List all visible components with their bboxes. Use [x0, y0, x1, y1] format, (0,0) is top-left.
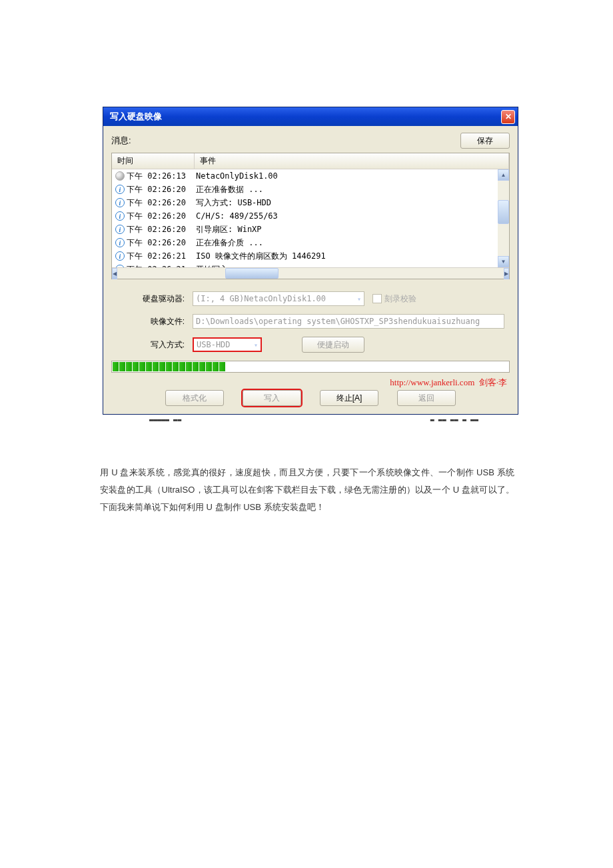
write-method-dropdown[interactable]: USB-HDD ▾ — [193, 337, 262, 352]
info-icon: i — [115, 184, 125, 195]
info-icon: i — [115, 211, 125, 221]
info-icon: i — [115, 237, 125, 248]
image-label: 映像文件: — [115, 316, 193, 327]
chevron-down-icon: ▾ — [254, 341, 258, 349]
message-label: 消息: — [111, 135, 131, 147]
drive-dropdown[interactable]: (I:, 4 GB)NetacOnlyDisk1.00 ▾ — [193, 291, 364, 306]
row-event: C/H/S: 489/255/63 — [195, 211, 498, 221]
chevron-down-icon: ▾ — [357, 295, 361, 303]
abort-button[interactable]: 终止[A] — [320, 390, 378, 406]
progress-bar — [111, 361, 510, 373]
back-button[interactable]: 返回 — [397, 390, 456, 406]
row-time: 下午 02:26:13 — [127, 171, 195, 182]
row-event: NetacOnlyDisk1.00 — [195, 171, 498, 181]
under-fragment: ▬▬▬▬▬ ▬▬▬ ▬▬ ▬▬ ▬ ▬▬ — [103, 416, 518, 425]
list-row[interactable]: 下午 02:26:13NetacOnlyDisk1.00 — [112, 169, 498, 183]
row-event: 正在准备介质 ... — [195, 237, 498, 249]
scroll-left-icon[interactable]: ◀ — [112, 268, 117, 279]
list-row[interactable]: i下午 02:26:20引导扇区: WinXP — [112, 223, 498, 236]
scroll-up-icon[interactable]: ▲ — [498, 169, 509, 181]
row-event: 正在准备数据 ... — [195, 184, 498, 195]
window-title: 写入硬盘映像 — [110, 111, 162, 123]
message-list: 时间 事件 下午 02:26:13NetacOnlyDisk1.00i下午 02… — [111, 153, 510, 279]
method-value: USB-HDD — [197, 340, 231, 349]
row-time: 下午 02:26:21 — [127, 251, 195, 262]
scroll-right-icon[interactable]: ▶ — [504, 268, 509, 279]
row-event: 引导扇区: WinXP — [195, 224, 498, 235]
close-button[interactable]: ✕ — [501, 110, 515, 124]
disk-icon — [115, 171, 125, 181]
list-header: 时间 事件 — [112, 153, 509, 169]
info-icon: i — [115, 197, 125, 208]
verify-label: 刻录校验 — [384, 293, 416, 305]
scroll-thumb[interactable] — [498, 200, 509, 224]
row-time: 下午 02:26:20 — [127, 224, 195, 235]
quick-boot-button[interactable]: 便捷启动 — [302, 337, 364, 353]
col-event[interactable]: 事件 — [195, 153, 509, 169]
list-row[interactable]: i下午 02:26:20正在准备介质 ... — [112, 236, 498, 249]
write-button[interactable]: 写入 — [243, 390, 301, 406]
row-time: 下午 02:26:20 — [127, 197, 195, 209]
row-event: ISO 映像文件的扇区数为 1446291 — [195, 251, 498, 262]
info-icon: i — [115, 224, 125, 235]
write-disk-image-dialog: 写入硬盘映像 ✕ 消息: 保存 时间 事件 下午 02:26:13NetacOn… — [103, 107, 518, 415]
row-event: 写入方式: USB-HDD — [195, 197, 498, 209]
drive-label: 硬盘驱动器: — [115, 293, 193, 305]
info-icon: i — [115, 251, 125, 261]
article-paragraph: 用 U 盘来装系统，感觉真的很好，速度超快，而且又方便，只要下一个系统映像文件、… — [100, 464, 514, 516]
list-row[interactable]: i下午 02:26:21开始写入 ... — [112, 263, 498, 267]
hscroll-thumb[interactable] — [225, 268, 279, 279]
method-label: 写入方式: — [115, 339, 193, 351]
titlebar: 写入硬盘映像 ✕ — [103, 107, 518, 126]
row-time: 下午 02:26:20 — [127, 237, 195, 249]
list-row[interactable]: i下午 02:26:20写入方式: USB-HDD — [112, 196, 498, 209]
scroll-down-icon[interactable]: ▼ — [498, 256, 509, 267]
row-time: 下午 02:26:20 — [127, 211, 195, 222]
drive-value: (I:, 4 GB)NetacOnlyDisk1.00 — [196, 294, 326, 303]
verify-checkbox[interactable] — [372, 294, 382, 303]
col-time[interactable]: 时间 — [112, 153, 195, 169]
list-row[interactable]: i下午 02:26:20正在准备数据 ... — [112, 183, 498, 196]
horizontal-scrollbar[interactable]: ◀ ▶ — [112, 267, 509, 279]
close-icon: ✕ — [505, 112, 512, 121]
vertical-scrollbar[interactable]: ▲ ▼ — [498, 169, 509, 267]
list-row[interactable]: i下午 02:26:21ISO 映像文件的扇区数为 1446291 — [112, 249, 498, 263]
save-button[interactable]: 保存 — [460, 133, 510, 149]
format-button[interactable]: 格式化 — [165, 390, 224, 406]
image-path-field[interactable]: D:\Downloads\operating system\GHOSTXP_SP… — [193, 314, 504, 329]
watermark: http://www.jankerli.com 剑客·李 — [111, 377, 510, 389]
row-time: 下午 02:26:20 — [127, 184, 195, 195]
list-row[interactable]: i下午 02:26:20C/H/S: 489/255/63 — [112, 209, 498, 223]
